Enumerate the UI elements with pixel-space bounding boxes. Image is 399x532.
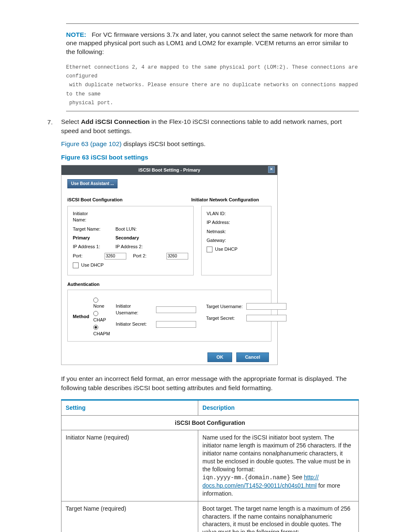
settings-table: Setting Description iSCSI Boot Configura… xyxy=(61,399,359,532)
boot-lun-label: Boot LUN: xyxy=(115,226,146,232)
initiator-secret-label: Initiator Secret: xyxy=(116,321,153,327)
iscsi-boot-dialog: iSCSI Boot Setting - Primary ✕ Use Boot … xyxy=(61,165,278,365)
note-paragraph: NOTE: For VC firmware versions 3.7x and … xyxy=(66,31,359,57)
initiator-secret-input[interactable] xyxy=(156,321,196,328)
ok-button[interactable]: OK xyxy=(207,352,232,362)
net-use-dhcp-label: Use DHCP xyxy=(215,246,238,252)
figure-caption: Figure 63 iSCSI boot settings xyxy=(61,153,359,162)
initiator-net-panel: VLAN ID: IP Address: Netmask: Gateway: U… xyxy=(201,206,271,275)
auth-panel: Method None CHAP CHAPM Initiator Usernam… xyxy=(67,290,271,342)
note-code: Ethernet connections 2, 4 are mapped to … xyxy=(66,63,359,108)
port1-input[interactable] xyxy=(105,253,126,260)
cell-description: Name used for the iSCSI initiator boot s… xyxy=(198,430,359,501)
th-description: Description xyxy=(198,400,359,415)
ip2-label: IP Address 2: xyxy=(115,244,146,250)
cancel-button[interactable]: Cancel xyxy=(236,352,269,362)
page: NOTE: For VC firmware versions 3.7x and … xyxy=(0,0,399,532)
table-row: Target Name (required) Boot target. The … xyxy=(61,501,359,532)
initiator-name-label: Initiator Name: xyxy=(73,211,102,224)
radio-none[interactable] xyxy=(93,298,98,303)
dialog-body: Use Boot Assistant ... iSCSI Boot Config… xyxy=(61,175,277,365)
auth-title: Authentication xyxy=(67,281,271,288)
secondary-label: Secondary xyxy=(115,235,146,241)
initiator-user-label: Initiator Username: xyxy=(116,303,153,316)
target-user-label: Target Username: xyxy=(206,303,244,310)
dialog-title-text: iSCSI Boot Setting - Primary xyxy=(138,167,200,173)
after-dialog-paragraph: If you enter an incorrect field format, … xyxy=(61,374,359,392)
th-setting: Setting xyxy=(61,400,198,415)
close-icon[interactable]: ✕ xyxy=(268,166,275,173)
boot-assistant-button[interactable]: Use Boot Assistant ... xyxy=(67,179,118,188)
primary-label: Primary xyxy=(73,235,102,241)
radio-none-label: None xyxy=(93,303,104,308)
vlan-label: VLAN ID: xyxy=(207,211,226,217)
step-number: 7. xyxy=(40,117,53,532)
target-user-input[interactable] xyxy=(246,303,286,310)
note-block: NOTE: For VC firmware versions 3.7x and … xyxy=(66,23,359,111)
radio-chapm[interactable] xyxy=(93,325,98,330)
cell-description: Boot target. The target name length is a… xyxy=(198,501,359,532)
cell-setting: Target Name (required) xyxy=(61,501,198,532)
method-radios: None CHAP CHAPM xyxy=(93,297,110,337)
net-use-dhcp-checkbox[interactable] xyxy=(207,247,212,252)
boot-config-panel: Initiator Name: Target Name: Boot LUN: P… xyxy=(67,206,194,275)
table-section-header: iSCSI Boot Configuration xyxy=(61,415,359,430)
ip-label: IP Address: xyxy=(207,219,230,226)
method-label: Method xyxy=(73,314,89,320)
radio-chap-label: CHAP xyxy=(93,317,106,322)
cell-setting: Initiator Name (required) xyxy=(61,430,198,501)
port2-input[interactable] xyxy=(166,253,188,260)
step-body: Select Add iSCSI Connection in the Flex-… xyxy=(61,117,359,532)
iscsi-boot-config-title: iSCSI Boot Configuration xyxy=(67,197,184,203)
netmask-label: Netmask: xyxy=(207,229,226,235)
port2-label: Port 2: xyxy=(133,253,164,259)
doc-link[interactable]: docs.hp.com/en/T1452-90011/ch04s01.html xyxy=(202,482,317,489)
initiator-user-input[interactable] xyxy=(156,306,196,313)
target-secret-input[interactable] xyxy=(246,315,286,321)
initiator-net-config-title: Initiator Network Configuration xyxy=(191,197,271,203)
note-bottom-rule xyxy=(66,111,359,111)
radio-chap[interactable] xyxy=(93,311,98,316)
ip1-label: IP Address 1: xyxy=(73,244,102,250)
boot-use-dhcp-checkbox[interactable] xyxy=(73,262,79,268)
gateway-label: Gateway: xyxy=(207,237,226,244)
boot-use-dhcp-label: Use DHCP xyxy=(81,262,104,268)
radio-chapm-label: CHAPM xyxy=(93,331,110,336)
step-7: 7. Select Add iSCSI Connection in the Fl… xyxy=(40,117,359,532)
figure-ref-link[interactable]: Figure 63 (page 102) xyxy=(61,140,122,147)
target-secret-label: Target Secret: xyxy=(206,315,244,321)
port1-label: Port: xyxy=(73,253,102,259)
step-pre: Select xyxy=(61,118,81,125)
note-label: NOTE: xyxy=(66,31,86,38)
note-top-rule xyxy=(66,23,359,24)
note-text: For VC firmware versions 3.7x and later,… xyxy=(66,31,353,56)
step-bold: Add iSCSI Connection xyxy=(81,118,149,125)
table-row: Initiator Name (required) Name used for … xyxy=(61,430,359,501)
doc-link[interactable]: http:// xyxy=(304,474,319,481)
target-name-label: Target Name: xyxy=(73,226,102,232)
dialog-titlebar: iSCSI Boot Setting - Primary ✕ xyxy=(61,165,277,175)
figure-ref-tail: displays iSCSI boot settings. xyxy=(122,140,206,147)
